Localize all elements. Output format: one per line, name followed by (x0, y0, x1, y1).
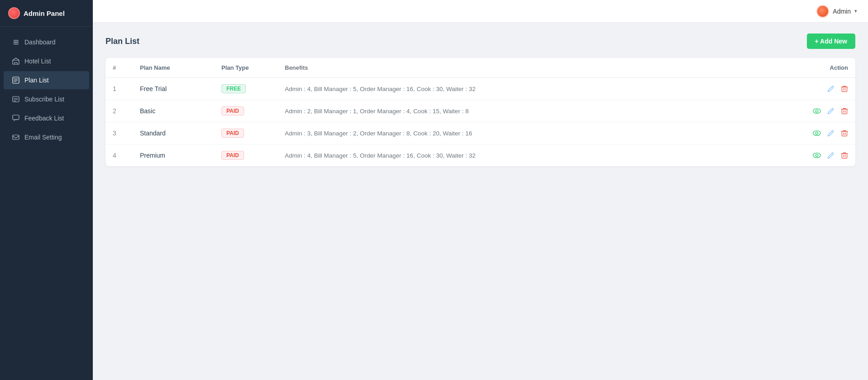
sidebar-nav: ⊞ Dashboard Hotel List (0, 27, 93, 380)
action-icons (799, 85, 848, 92)
cell-type: PAID (214, 122, 278, 144)
plan-type-badge: PAID (221, 106, 244, 115)
cell-num: 2 (106, 100, 133, 122)
svg-rect-14 (842, 109, 847, 114)
email-icon (12, 133, 20, 141)
cell-name: Premium (133, 144, 214, 167)
svg-point-12 (813, 109, 820, 114)
add-new-button[interactable]: + Add New (807, 34, 855, 49)
cell-action (792, 144, 855, 167)
delete-icon[interactable] (841, 152, 848, 159)
page-header: Plan List + Add New (106, 34, 855, 49)
logo-icon (8, 7, 20, 19)
edit-icon[interactable] (827, 107, 834, 115)
cell-action (792, 122, 855, 144)
plan-list-table-card: # Plan Name Plan Type Benefits Action 1 … (106, 58, 855, 166)
hotel-icon (12, 57, 20, 65)
admin-label: Admin (833, 8, 851, 15)
col-header-name: Plan Name (133, 58, 214, 78)
sidebar-item-label: Plan List (24, 77, 49, 84)
cell-type: FREE (214, 78, 278, 100)
col-header-benefits: Benefits (278, 58, 792, 78)
cell-num: 4 (106, 144, 133, 167)
action-icons (799, 151, 848, 159)
table-row: 2 Basic PAID Admin : 2, Bill Manager : 1… (106, 100, 855, 122)
cell-name: Free Trial (133, 78, 214, 100)
sidebar-item-plan-list[interactable]: Plan List (4, 71, 89, 89)
action-icons (799, 107, 848, 115)
cell-action (792, 78, 855, 100)
edit-icon[interactable] (827, 130, 834, 137)
page-title: Plan List (106, 37, 139, 46)
plan-list-table: # Plan Name Plan Type Benefits Action 1 … (106, 58, 855, 166)
subscribe-icon (12, 95, 20, 103)
plan-type-badge: PAID (221, 129, 244, 138)
svg-rect-9 (13, 115, 19, 120)
cell-num: 1 (106, 78, 133, 100)
svg-point-18 (813, 153, 820, 158)
sidebar-item-label: Feedback List (24, 115, 64, 122)
sidebar-item-label: Hotel List (24, 58, 51, 65)
svg-rect-20 (842, 154, 847, 158)
cell-name: Basic (133, 100, 214, 122)
svg-rect-11 (842, 87, 847, 91)
feedback-icon (12, 114, 20, 122)
sidebar-item-label: Subscribe List (24, 96, 64, 103)
view-icon[interactable] (813, 107, 821, 115)
sidebar-item-email-setting[interactable]: Email Setting (4, 128, 89, 146)
view-icon[interactable] (813, 151, 821, 159)
plan-type-badge: PAID (221, 151, 244, 160)
cell-action (792, 100, 855, 122)
svg-point-13 (815, 110, 818, 112)
sidebar-item-label: Email Setting (24, 134, 62, 141)
chevron-down-icon: ▾ (854, 8, 857, 14)
cell-benefits: Admin : 4, Bill Manager : 5, Order Manag… (278, 78, 792, 100)
logo-area: Admin Panel (0, 0, 93, 27)
action-icons (799, 129, 848, 137)
cell-type: PAID (214, 100, 278, 122)
plan-icon (12, 76, 20, 84)
svg-rect-10 (13, 135, 19, 139)
cell-type: PAID (214, 144, 278, 167)
svg-rect-17 (842, 131, 847, 136)
admin-avatar (816, 5, 829, 18)
view-icon[interactable] (813, 129, 821, 137)
cell-benefits: Admin : 2, Bill Manager : 1, Order Manag… (278, 100, 792, 122)
edit-icon[interactable] (827, 152, 834, 159)
cell-benefits: Admin : 3, Bill Manager : 2, Order Manag… (278, 122, 792, 144)
sidebar-item-feedback-list[interactable]: Feedback List (4, 109, 89, 127)
dashboard-icon: ⊞ (12, 38, 20, 46)
svg-point-19 (815, 154, 818, 156)
edit-icon[interactable] (827, 85, 834, 92)
table-row: 3 Standard PAID Admin : 3, Bill Manager … (106, 122, 855, 144)
cell-benefits: Admin : 4, Bill Manager : 5, Order Manag… (278, 144, 792, 167)
content-area: Plan List + Add New # Plan Name Plan Typ… (93, 23, 868, 380)
table-row: 4 Premium PAID Admin : 4, Bill Manager :… (106, 144, 855, 167)
delete-icon[interactable] (841, 130, 848, 137)
delete-icon[interactable] (841, 85, 848, 92)
app-title: Admin Panel (24, 10, 65, 17)
col-header-type: Plan Type (214, 58, 278, 78)
table-header: # Plan Name Plan Type Benefits Action (106, 58, 855, 78)
main-area: Admin ▾ Plan List + Add New # Plan Name … (93, 0, 868, 380)
svg-point-16 (815, 132, 818, 134)
sidebar-item-subscribe-list[interactable]: Subscribe List (4, 90, 89, 108)
sidebar-item-hotel-list[interactable]: Hotel List (4, 52, 89, 70)
table-row: 1 Free Trial FREE Admin : 4, Bill Manage… (106, 78, 855, 100)
col-header-num: # (106, 58, 133, 78)
cell-name: Standard (133, 122, 214, 144)
col-header-action: Action (792, 58, 855, 78)
delete-icon[interactable] (841, 107, 848, 115)
cell-num: 3 (106, 122, 133, 144)
topbar: Admin ▾ (93, 0, 868, 23)
sidebar-item-label: Dashboard (24, 38, 56, 46)
svg-point-15 (813, 131, 820, 136)
sidebar-item-dashboard[interactable]: ⊞ Dashboard (4, 33, 89, 51)
table-body: 1 Free Trial FREE Admin : 4, Bill Manage… (106, 78, 855, 167)
plan-type-badge: FREE (221, 84, 246, 93)
sidebar: Admin Panel ⊞ Dashboard Hotel List (0, 0, 93, 380)
admin-menu[interactable]: Admin ▾ (816, 5, 857, 18)
